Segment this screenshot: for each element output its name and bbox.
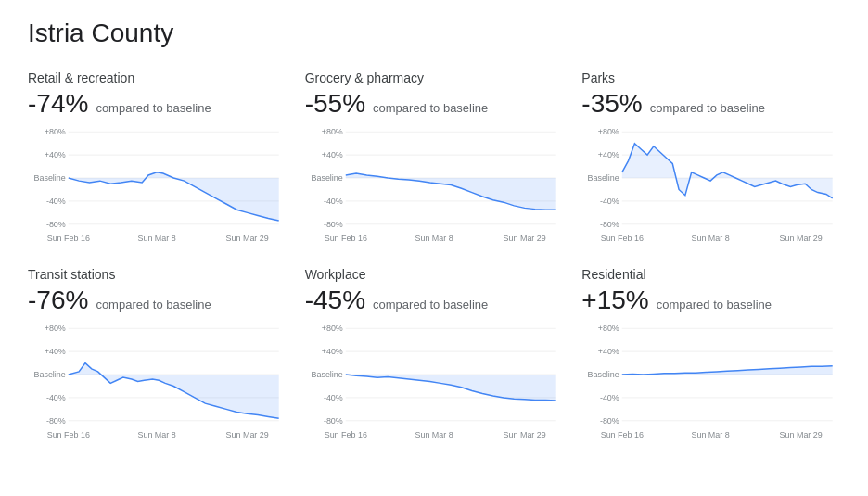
svg-text:-40%: -40%: [324, 197, 343, 206]
svg-text:+80%: +80%: [321, 324, 342, 333]
svg-text:-80%: -80%: [600, 416, 619, 426]
card-stat-residential: +15% compared to baseline: [581, 286, 840, 315]
chart-grocery: +80% +40% Baseline -40% -80% Sun Feb 16S…: [305, 124, 564, 245]
card-title-workplace: Workplace: [305, 267, 564, 282]
svg-text:-40%: -40%: [600, 197, 619, 206]
svg-text:+80%: +80%: [598, 127, 619, 136]
svg-text:Sun Mar 8: Sun Mar 8: [692, 234, 730, 243]
svg-text:-80%: -80%: [324, 416, 343, 426]
svg-text:Baseline: Baseline: [34, 370, 66, 379]
card-title-grocery: Grocery & pharmacy: [305, 70, 564, 85]
svg-text:+80%: +80%: [45, 324, 66, 333]
chart-workplace: +80% +40% Baseline -40% -80% Sun Feb 16S…: [305, 321, 564, 441]
card-stat-workplace: -45% compared to baseline: [305, 286, 564, 315]
svg-text:Baseline: Baseline: [311, 370, 342, 379]
page-title: Istria County: [28, 19, 840, 48]
card-percent-retail: -74%: [28, 89, 88, 119]
svg-text:+40%: +40%: [598, 347, 619, 356]
card-percent-parks: -35%: [581, 89, 642, 119]
svg-marker-66: [345, 375, 555, 401]
card-stat-grocery: -55% compared to baseline: [305, 89, 564, 119]
svg-text:Baseline: Baseline: [588, 173, 619, 183]
svg-text:-40%: -40%: [46, 197, 66, 206]
card-title-retail: Retail & recreation: [28, 70, 287, 85]
svg-text:Sun Mar 29: Sun Mar 29: [780, 430, 823, 439]
svg-text:Sun Mar 29: Sun Mar 29: [503, 430, 545, 439]
svg-text:Sun Mar 29: Sun Mar 29: [226, 430, 269, 439]
svg-text:-80%: -80%: [600, 220, 619, 229]
cards-grid: Retail & recreation -74% compared to bas…: [28, 70, 840, 441]
card-stat-transit: -76% compared to baseline: [28, 286, 287, 315]
card-stat-parks: -35% compared to baseline: [581, 89, 840, 119]
svg-text:Sun Feb 16: Sun Feb 16: [324, 430, 366, 439]
svg-text:Baseline: Baseline: [588, 370, 619, 379]
chart-residential: +80% +40% Baseline -40% -80% Sun Feb 16S…: [581, 321, 840, 441]
card-baseline-text-residential: compared to baseline: [657, 298, 772, 312]
svg-marker-24: [345, 173, 555, 210]
svg-text:Baseline: Baseline: [34, 173, 66, 183]
chart-parks: +80% +40% Baseline -40% -80% Sun Feb 16S…: [581, 124, 840, 245]
svg-text:Sun Mar 8: Sun Mar 8: [415, 430, 453, 439]
card-grocery: Grocery & pharmacy -55% compared to base…: [305, 70, 564, 245]
card-title-residential: Residential: [581, 267, 840, 282]
card-baseline-text-grocery: compared to baseline: [373, 101, 488, 115]
svg-text:-40%: -40%: [324, 393, 343, 402]
svg-text:Sun Mar 8: Sun Mar 8: [692, 430, 730, 439]
svg-text:Sun Mar 8: Sun Mar 8: [415, 234, 453, 243]
svg-text:-80%: -80%: [324, 220, 343, 229]
svg-text:Baseline: Baseline: [311, 173, 342, 183]
svg-text:Sun Feb 16: Sun Feb 16: [601, 430, 644, 439]
card-baseline-text-transit: compared to baseline: [96, 298, 211, 312]
svg-text:-40%: -40%: [600, 393, 619, 402]
svg-marker-38: [622, 144, 833, 198]
card-workplace: Workplace -45% compared to baseline +80%…: [305, 267, 564, 441]
svg-text:+40%: +40%: [321, 150, 342, 159]
svg-text:+80%: +80%: [321, 127, 342, 136]
card-baseline-text-parks: compared to baseline: [650, 101, 765, 115]
svg-text:Sun Mar 29: Sun Mar 29: [226, 234, 269, 243]
svg-text:+80%: +80%: [598, 324, 619, 333]
svg-text:+40%: +40%: [321, 347, 342, 356]
svg-text:Sun Mar 8: Sun Mar 8: [137, 234, 175, 243]
chart-retail: +80% +40% Baseline -40% -80% Sun Feb 16S…: [28, 124, 287, 245]
svg-text:+40%: +40%: [598, 150, 619, 159]
svg-text:Sun Feb 16: Sun Feb 16: [324, 234, 366, 243]
svg-text:-80%: -80%: [46, 220, 66, 229]
card-transit: Transit stations -76% compared to baseli…: [28, 267, 287, 441]
svg-text:Sun Mar 29: Sun Mar 29: [503, 234, 545, 243]
chart-transit: +80% +40% Baseline -40% -80% Sun Feb 16S…: [28, 321, 287, 441]
svg-text:+80%: +80%: [45, 127, 66, 136]
svg-text:Sun Mar 8: Sun Mar 8: [137, 430, 175, 439]
svg-text:-80%: -80%: [46, 416, 66, 426]
svg-text:Sun Feb 16: Sun Feb 16: [47, 430, 90, 439]
svg-marker-10: [69, 172, 279, 221]
svg-text:-40%: -40%: [46, 393, 66, 402]
card-stat-retail: -74% compared to baseline: [28, 89, 287, 119]
card-percent-workplace: -45%: [305, 286, 365, 315]
card-baseline-text-workplace: compared to baseline: [373, 298, 488, 312]
card-retail: Retail & recreation -74% compared to bas…: [28, 70, 287, 245]
svg-marker-52: [69, 363, 279, 419]
svg-text:Sun Feb 16: Sun Feb 16: [47, 234, 90, 243]
card-percent-grocery: -55%: [305, 89, 365, 119]
svg-text:Sun Mar 29: Sun Mar 29: [780, 234, 823, 243]
card-title-parks: Parks: [581, 70, 840, 85]
card-title-transit: Transit stations: [28, 267, 287, 282]
svg-text:+40%: +40%: [45, 347, 66, 356]
card-percent-residential: +15%: [581, 286, 648, 315]
svg-text:Sun Feb 16: Sun Feb 16: [601, 234, 644, 243]
svg-text:+40%: +40%: [45, 150, 66, 159]
card-percent-transit: -76%: [28, 286, 88, 315]
card-parks: Parks -35% compared to baseline +80% +40…: [581, 70, 840, 245]
card-residential: Residential +15% compared to baseline +8…: [581, 267, 840, 441]
card-baseline-text-retail: compared to baseline: [96, 101, 211, 115]
